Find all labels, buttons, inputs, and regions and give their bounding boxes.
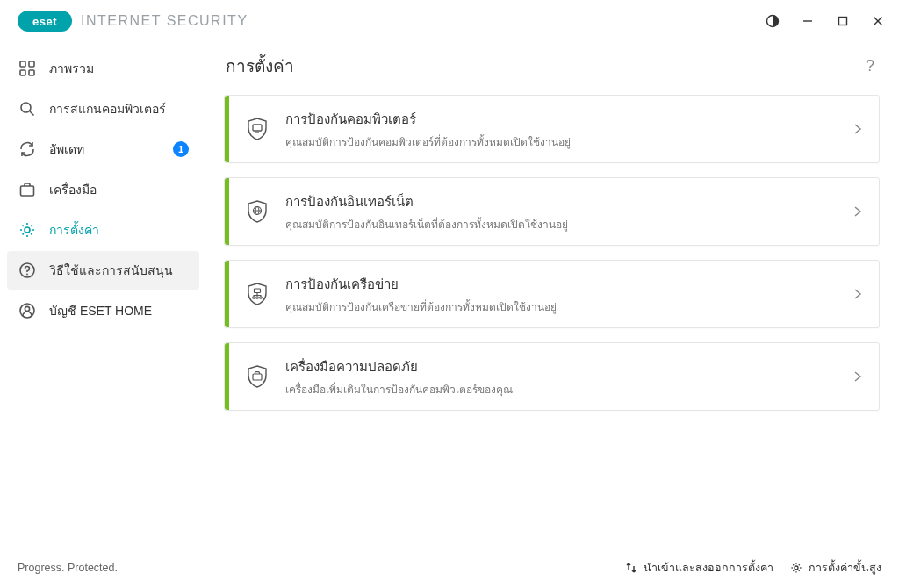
sidebar-item-label: วิธีใช้และการสนับสนุน [49, 261, 173, 280]
contrast-button[interactable] [759, 7, 787, 35]
sidebar-item-label: ภาพรวม [49, 59, 94, 78]
svg-line-11 [30, 111, 34, 116]
svg-point-13 [25, 227, 30, 233]
svg-rect-3 [839, 18, 847, 25]
card-title: เครื่องมือความปลอดภัย [285, 356, 837, 377]
question-icon: ? [866, 57, 874, 75]
sidebar-item-label: เครื่องมือ [49, 180, 97, 199]
footer-tagline: Progress. Protected. [18, 562, 118, 574]
card-desc: คุณสมบัติการป้องกันคอมพิวเตอร์ที่ต้องการ… [285, 133, 837, 150]
svg-point-27 [260, 297, 263, 299]
minimize-button[interactable] [794, 7, 822, 35]
card-desc: คุณสมบัติการป้องกันเครือข่ายที่ต้องการทั… [285, 298, 837, 315]
sidebar-item-label: บัญชี ESET HOME [49, 301, 152, 320]
minimize-icon [802, 15, 814, 27]
page-help-button[interactable]: ? [860, 54, 880, 79]
chevron-right-icon [837, 205, 879, 218]
user-icon [18, 301, 37, 320]
maximize-icon [837, 15, 849, 27]
import-export-link[interactable]: นำเข้าและส่งออกการตั้งค่า [624, 559, 773, 577]
card-title: การป้องกันเครือข่าย [285, 274, 837, 295]
eset-logo: eset [18, 11, 72, 32]
gear-icon [18, 220, 37, 240]
svg-point-29 [795, 566, 798, 570]
sidebar-item-overview[interactable]: ภาพรวม [7, 49, 199, 88]
chevron-right-icon [837, 123, 879, 135]
gear-icon [789, 561, 803, 575]
footer: Progress. Protected. นำเข้าและส่งออกการต… [0, 548, 899, 588]
sidebar-item-help[interactable]: วิธีใช้และการสนับสนุน [7, 251, 199, 290]
contrast-icon [766, 14, 780, 28]
svg-rect-8 [20, 70, 25, 75]
svg-rect-9 [29, 70, 34, 75]
card-network-protection[interactable]: การป้องกันเครือข่าย คุณสมบัติการป้องกันเ… [224, 260, 880, 328]
brand: eset INTERNET SECURITY [18, 11, 248, 32]
help-icon [18, 261, 37, 280]
svg-point-15 [26, 274, 28, 276]
svg-rect-12 [21, 186, 34, 196]
card-title: การป้องกันคอมพิวเตอร์ [285, 109, 837, 130]
footer-link-label: การตั้งค่าขั้นสูง [809, 559, 881, 577]
svg-rect-23 [255, 289, 261, 293]
sidebar-item-label: การตั้งค่า [49, 220, 99, 240]
card-security-tools[interactable]: เครื่องมือความปลอดภัย เครื่องมือเพิ่มเติ… [224, 342, 880, 411]
main-header: การตั้งค่า ? [224, 49, 885, 95]
sidebar-item-setup[interactable]: การตั้งค่า [7, 211, 199, 249]
chevron-right-icon [837, 370, 879, 383]
sidebar-item-label: อัพเดท [49, 140, 84, 159]
product-name: INTERNET SECURITY [81, 13, 248, 29]
sidebar-item-account[interactable]: บัญชี ESET HOME [7, 291, 199, 330]
briefcase-icon [18, 180, 37, 199]
sidebar-item-update[interactable]: อัพเดท 1 [7, 130, 199, 169]
svg-rect-18 [253, 125, 262, 131]
svg-point-26 [256, 297, 259, 299]
card-title: การป้องกันอินเทอร์เน็ต [285, 191, 837, 212]
shield-globe-icon [229, 198, 285, 225]
shield-network-icon [229, 281, 285, 307]
svg-rect-7 [29, 61, 34, 67]
advanced-settings-link[interactable]: การตั้งค่าขั้นสูง [789, 559, 881, 577]
sidebar-item-scan[interactable]: การสแกนคอมพิวเตอร์ [7, 90, 199, 128]
close-icon [872, 15, 884, 27]
maximize-button[interactable] [829, 7, 857, 35]
shield-case-icon [229, 363, 285, 390]
footer-link-label: นำเข้าและส่งออกการตั้งค่า [644, 559, 773, 577]
refresh-icon [18, 140, 37, 159]
chevron-right-icon [837, 288, 879, 300]
brand-word: eset [32, 15, 57, 28]
shield-monitor-icon [229, 116, 285, 142]
close-button[interactable] [864, 7, 892, 35]
card-desc: คุณสมบัติการป้องกันอินเทอร์เน็ตที่ต้องกา… [285, 216, 837, 233]
svg-point-10 [21, 103, 31, 112]
card-computer-protection[interactable]: การป้องกันคอมพิวเตอร์ คุณสมบัติการป้องกั… [224, 95, 880, 163]
dashboard-icon [18, 59, 37, 78]
sidebar-item-label: การสแกนคอมพิวเตอร์ [49, 99, 166, 118]
import-export-icon [624, 561, 638, 575]
svg-rect-28 [253, 374, 262, 380]
titlebar: eset INTERNET SECURITY [0, 0, 899, 42]
window-controls [759, 7, 892, 35]
card-internet-protection[interactable]: การป้องกันอินเทอร์เน็ต คุณสมบัติการป้องก… [224, 177, 880, 246]
svg-rect-6 [20, 61, 25, 67]
settings-cards: การป้องกันคอมพิวเตอร์ คุณสมบัติการป้องกั… [224, 95, 885, 411]
search-icon [18, 99, 37, 118]
svg-point-25 [253, 297, 255, 299]
sidebar: ภาพรวม การสแกนคอมพิวเตอร์ อัพเดท 1 เครื่… [0, 42, 206, 548]
svg-point-17 [25, 306, 29, 311]
update-badge: 1 [173, 141, 189, 157]
sidebar-item-tools[interactable]: เครื่องมือ [7, 170, 199, 209]
main: การตั้งค่า ? การป้องกันคอมพิวเตอร์ คุณสม… [206, 42, 899, 548]
page-title: การตั้งค่า [226, 53, 294, 79]
card-desc: เครื่องมือเพิ่มเติมในการป้องกันคอมพิวเตอ… [285, 381, 837, 398]
